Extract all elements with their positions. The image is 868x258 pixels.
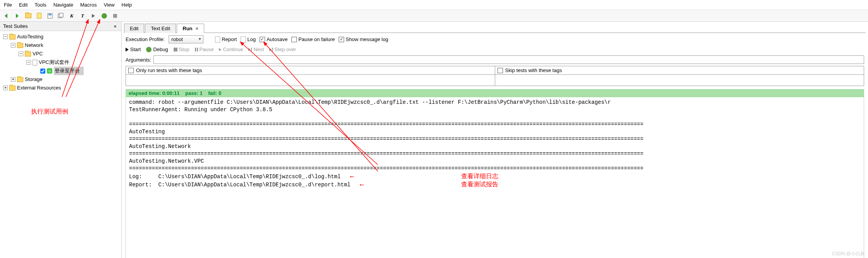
tree-label: Network	[25, 41, 43, 50]
menu-tools[interactable]: Tools	[34, 2, 46, 8]
run-control-bar: Start Debug Stop Pause Continue Next Ste…	[124, 46, 866, 55]
testcase-checkbox[interactable]	[40, 69, 45, 74]
watermark: CSDN @小白典	[832, 251, 865, 257]
tree-suite[interactable]: −VPC测试套件	[2, 58, 120, 67]
back-icon[interactable]	[2, 12, 11, 20]
only-tags-checkbox[interactable]	[128, 68, 134, 73]
collapse-icon[interactable]: −	[11, 43, 16, 48]
toolbar: K T	[0, 10, 868, 22]
menu-macros[interactable]: Macros	[80, 2, 97, 8]
save-all-icon[interactable]	[57, 12, 65, 20]
folder-icon	[9, 34, 16, 40]
annotation-run-test: 执行测试用例	[0, 108, 121, 116]
pass-icon: ☺	[47, 68, 52, 74]
arguments-row: Arguments:	[124, 55, 866, 65]
sidebar: Test Suites × −AutoTesting −Network −VPC…	[0, 22, 122, 258]
stop-toolbar-icon[interactable]	[111, 12, 119, 20]
tree-network[interactable]: −Network	[2, 41, 120, 50]
open-icon[interactable]	[24, 12, 33, 20]
report-button[interactable]: Report	[215, 36, 237, 43]
log-button[interactable]: Log	[241, 36, 256, 43]
menu-edit[interactable]: Edit	[19, 2, 28, 8]
svg-rect-1	[48, 14, 52, 15]
tree-storage[interactable]: +Storage	[2, 75, 120, 84]
tree-label: VPC测试套件	[39, 58, 69, 67]
profile-label: Execution Profile:	[126, 36, 165, 42]
start-button[interactable]: Start	[126, 46, 141, 52]
continue-button[interactable]: Continue	[219, 46, 243, 52]
tab-run[interactable]: Run×	[177, 24, 204, 33]
tab-textedit[interactable]: Text Edit	[145, 24, 176, 33]
console-output: command: robot --argumentfile C:\Users\D…	[126, 97, 864, 258]
close-tab-icon[interactable]: ×	[196, 26, 199, 31]
menu-file[interactable]: File	[4, 2, 12, 8]
menubar: File Edit Tools Navigate Macros View Hel…	[0, 0, 868, 10]
arguments-label: Arguments:	[126, 57, 151, 63]
report-icon	[215, 36, 220, 43]
status-bar: elapsed time: 0:00:11 pass: 1 fail: 0	[126, 89, 864, 97]
skip-tags-input[interactable]	[495, 75, 864, 86]
collapse-icon[interactable]: −	[26, 60, 31, 65]
only-tags-input[interactable]	[126, 75, 495, 86]
debug-button[interactable]: Debug	[146, 46, 168, 52]
stop-button[interactable]: Stop	[174, 46, 189, 52]
close-icon[interactable]: ×	[112, 23, 118, 29]
only-tags-label: Only run tests with these tags	[136, 67, 202, 73]
tree-external[interactable]: +External Resources	[2, 84, 120, 92]
next-button[interactable]: Next	[248, 46, 264, 52]
keyword-icon[interactable]: K	[67, 12, 76, 20]
sidebar-header: Test Suites ×	[0, 22, 121, 31]
tree-label: VPC	[33, 50, 43, 58]
folder-icon	[25, 52, 31, 57]
collapse-icon[interactable]: −	[3, 34, 8, 39]
menu-help[interactable]: Help	[122, 2, 132, 8]
collapse-icon[interactable]: −	[19, 52, 23, 56]
stepover-button[interactable]: Step over	[269, 46, 296, 52]
run-config-bar: Execution Profile: robot Report Log Auto…	[124, 33, 866, 46]
tab-edit[interactable]: Edit	[124, 24, 144, 33]
save-icon[interactable]	[46, 12, 54, 20]
skip-tags-label: Skip tests with these tags	[505, 67, 562, 73]
expand-icon[interactable]: +	[3, 86, 8, 90]
profile-combo[interactable]: robot	[169, 35, 203, 43]
testcase-icon[interactable]: T	[78, 12, 87, 20]
folder-icon	[17, 77, 23, 82]
tree-root[interactable]: −AutoTesting	[2, 33, 120, 41]
menu-navigate[interactable]: Navigate	[53, 2, 73, 8]
pause-button[interactable]: Pause	[195, 46, 214, 52]
autosave-checkbox[interactable]: Autosave	[260, 36, 288, 42]
tree: −AutoTesting −Network −VPC −VPC测试套件 ☺登录至…	[0, 31, 121, 94]
log-icon	[241, 36, 246, 43]
debug-icon[interactable]	[100, 12, 108, 20]
tree-label: 登录至平台	[54, 67, 84, 75]
tree-testcase[interactable]: ☺登录至平台	[2, 67, 120, 75]
content: Edit Text Edit Run× Execution Profile: r…	[122, 22, 868, 258]
annotation-view-log: 查看详细日志	[461, 173, 498, 179]
show-log-checkbox[interactable]: Show message log	[339, 36, 388, 42]
folder-icon	[9, 86, 16, 91]
pause-on-failure-checkbox[interactable]: Pause on failure	[291, 36, 335, 42]
expand-icon[interactable]: +	[11, 77, 16, 82]
tabbar: Edit Text Edit Run×	[124, 23, 866, 33]
skip-tags-checkbox[interactable]	[498, 68, 503, 73]
svg-rect-3	[59, 13, 63, 17]
tree-label: AutoTesting	[17, 33, 43, 41]
sidebar-title: Test Suites	[3, 23, 28, 29]
arguments-input[interactable]	[153, 55, 864, 64]
file-icon	[33, 60, 37, 65]
annotation-view-report: 查看测试报告	[461, 181, 498, 187]
folder-icon	[17, 43, 23, 48]
tree-vpc[interactable]: −VPC	[2, 50, 120, 58]
forward-icon[interactable]	[13, 12, 22, 20]
menu-view[interactable]: View	[104, 2, 115, 8]
tree-label: Storage	[25, 75, 43, 84]
tags-row: Only run tests with these tags Skip test…	[126, 66, 864, 86]
tree-label: External Resources	[17, 84, 61, 92]
new-file-icon[interactable]	[35, 12, 43, 20]
run-icon[interactable]	[89, 12, 98, 20]
